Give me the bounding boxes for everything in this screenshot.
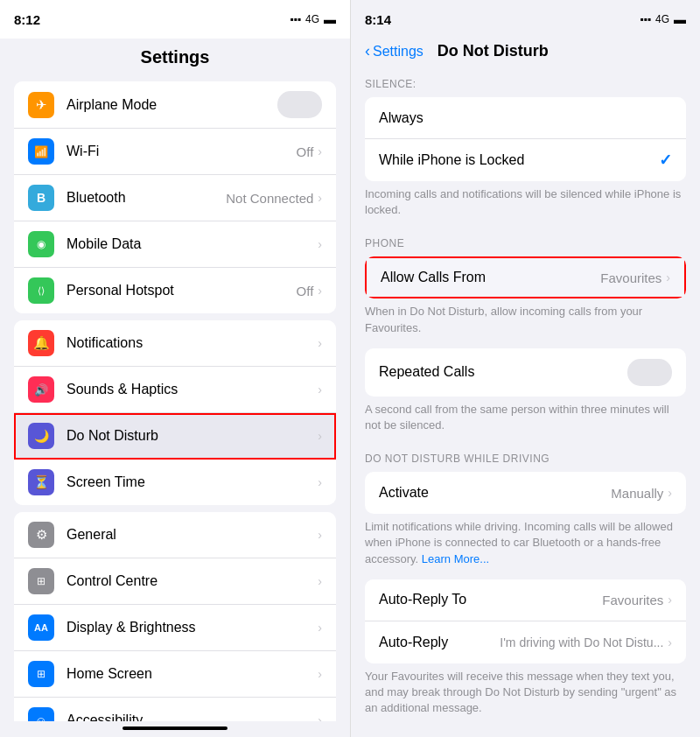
homescreen-chevron: › <box>318 667 322 681</box>
settings-item-display[interactable]: AA Display & Brightness › <box>14 605 336 651</box>
donotdisturb-label: Do Not Disturb <box>66 428 318 444</box>
settings-item-hotspot[interactable]: ⟨⟩ Personal Hotspot Off › <box>14 268 336 313</box>
homescreen-icon: ⊞ <box>28 661 54 687</box>
hotspot-label: Personal Hotspot <box>66 283 297 298</box>
group-connectivity: ✈ Airplane Mode 📶 Wi-Fi Off › B Bluetoot… <box>14 81 336 313</box>
sounds-icon: 🔊 <box>28 376 54 403</box>
sounds-label: Sounds & Haptics <box>66 382 318 397</box>
settings-item-accessibility[interactable]: ☺ Accessibility › <box>14 698 336 721</box>
display-icon: AA <box>28 614 54 641</box>
allow-calls-chevron: › <box>666 270 670 284</box>
mobile-icon: ◉ <box>28 231 54 257</box>
dnd-driving-label: DO NOT DISTURB WHILE DRIVING <box>351 442 700 468</box>
dnd-item-always[interactable]: Always <box>365 97 686 139</box>
settings-item-controlcentre[interactable]: ⊞ Control Centre › <box>14 558 336 605</box>
wifi-icon: 📶 <box>28 138 54 165</box>
status-icons-left: ▪▪▪ 4G ▬ <box>290 12 336 26</box>
settings-item-notifications[interactable]: 🔔 Notifications › <box>14 320 336 367</box>
settings-item-bluetooth[interactable]: B Bluetooth Not Connected › <box>14 175 336 221</box>
signal-icon-left: ▪▪▪ <box>290 13 301 25</box>
notifications-icon: 🔔 <box>28 330 54 356</box>
settings-item-mobile[interactable]: ◉ Mobile Data › <box>14 221 336 268</box>
auto-reply-item[interactable]: Auto-Reply I'm driving with Do Not Distu… <box>365 621 686 663</box>
phone-group: Allow Calls From Favourites › <box>365 256 686 298</box>
left-panel: 8:12 ▪▪▪ 4G ▬ Settings ✈ Airplane Mode 📶… <box>0 0 350 737</box>
repeated-calls-label: Repeated Calls <box>379 364 627 380</box>
settings-item-homescreen[interactable]: ⊞ Home Screen › <box>14 651 336 698</box>
mobile-label: Mobile Data <box>66 236 318 252</box>
activate-chevron: › <box>668 486 672 500</box>
nav-bar: ‹ Settings Do Not Disturb <box>351 39 700 67</box>
back-chevron-icon: ‹ <box>365 42 370 60</box>
allow-calls-from-item[interactable]: Allow Calls From Favourites › <box>365 256 686 298</box>
airplane-toggle[interactable] <box>277 91 322 118</box>
settings-item-airplane[interactable]: ✈ Airplane Mode <box>14 81 336 129</box>
learn-more-link[interactable]: Learn More... <box>422 552 489 565</box>
auto-reply-value: I'm driving with Do Not Distu... <box>500 635 663 649</box>
general-icon: ⚙ <box>28 522 54 548</box>
allow-calls-label: Allow Calls From <box>381 270 600 285</box>
allow-calls-description: When in Do Not Disturb, allow incoming c… <box>351 298 700 344</box>
auto-reply-group: Auto-Reply To Favourites › Auto-Reply I'… <box>365 579 686 663</box>
general-label: General <box>66 527 318 543</box>
dnd-list: SILENCE: Always While iPhone is Locked ✓… <box>351 67 700 737</box>
battery-icon-left: ▬ <box>324 12 336 26</box>
accessibility-icon: ☺ <box>28 707 54 721</box>
general-chevron: › <box>318 528 322 542</box>
auto-reply-to-label: Auto-Reply To <box>379 592 602 607</box>
settings-item-wifi[interactable]: 📶 Wi-Fi Off › <box>14 129 336 175</box>
checkmark-icon: ✓ <box>659 151 672 170</box>
home-indicator-left <box>122 726 228 730</box>
mobile-chevron: › <box>318 237 322 251</box>
network-right: 4G <box>655 13 669 25</box>
wifi-chevron: › <box>318 144 322 158</box>
settings-item-general[interactable]: ⚙ General › <box>14 512 336 558</box>
activate-label: Activate <box>379 485 611 501</box>
repeated-calls-item[interactable]: Repeated Calls <box>365 348 686 397</box>
settings-item-sounds[interactable]: 🔊 Sounds & Haptics › <box>14 367 336 413</box>
time-left: 8:12 <box>14 12 40 27</box>
screentime-icon: ⏳ <box>28 469 54 495</box>
hotspot-chevron: › <box>318 284 322 298</box>
settings-list: ✈ Airplane Mode 📶 Wi-Fi Off › B Bluetoot… <box>0 74 350 721</box>
auto-reply-label: Auto-Reply <box>379 635 500 650</box>
repeated-calls-description: A second call from the same person withi… <box>351 397 700 442</box>
time-right: 8:14 <box>365 12 391 27</box>
display-label: Display & Brightness <box>66 620 318 635</box>
bluetooth-value: Not Connected <box>226 191 313 206</box>
bluetooth-label: Bluetooth <box>66 190 226 206</box>
repeated-calls-toggle[interactable] <box>627 359 672 386</box>
hotspot-icon: ⟨⟩ <box>28 277 54 304</box>
accessibility-chevron: › <box>318 713 322 721</box>
group-system: 🔔 Notifications › 🔊 Sounds & Haptics › 🌙… <box>14 320 336 505</box>
phone-label: PHONE <box>351 227 700 253</box>
page-title-right: Do Not Disturb <box>438 42 549 60</box>
airplane-icon: ✈ <box>28 92 54 118</box>
bluetooth-icon: B <box>28 185 54 211</box>
wifi-label: Wi-Fi <box>66 144 297 159</box>
settings-header: Settings <box>0 39 350 74</box>
donotdisturb-icon: 🌙 <box>28 423 54 449</box>
signal-icon-right: ▪▪▪ <box>640 13 651 25</box>
settings-item-screentime[interactable]: ⏳ Screen Time › <box>14 460 336 505</box>
dnd-driving-group: Activate Manually › <box>365 472 686 514</box>
auto-reply-to-value: Favourites <box>602 593 663 607</box>
hotspot-value: Off <box>297 284 314 298</box>
activate-item[interactable]: Activate Manually › <box>365 472 686 514</box>
dnd-item-whileLocked[interactable]: While iPhone is Locked ✓ <box>365 139 686 181</box>
controlcentre-icon: ⊞ <box>28 568 54 594</box>
right-panel: 8:14 ▪▪▪ 4G ▬ ‹ Settings Do Not Disturb … <box>350 0 700 737</box>
auto-reply-to-chevron: › <box>668 593 672 607</box>
back-button[interactable]: ‹ Settings <box>365 42 424 60</box>
activate-value: Manually <box>611 486 663 501</box>
status-bar-right: 8:14 ▪▪▪ 4G ▬ <box>351 0 700 39</box>
screentime-chevron: › <box>318 475 322 489</box>
allow-calls-value: Favourites <box>600 270 662 285</box>
status-bar-left: 8:12 ▪▪▪ 4G ▬ <box>0 0 350 39</box>
auto-reply-to-item[interactable]: Auto-Reply To Favourites › <box>365 579 686 621</box>
display-chevron: › <box>318 621 322 635</box>
notifications-chevron: › <box>318 336 322 350</box>
settings-item-donotdisturb[interactable]: 🌙 Do Not Disturb › <box>14 413 336 460</box>
homescreen-label: Home Screen <box>66 666 318 682</box>
repeated-calls-group: Repeated Calls <box>365 348 686 397</box>
